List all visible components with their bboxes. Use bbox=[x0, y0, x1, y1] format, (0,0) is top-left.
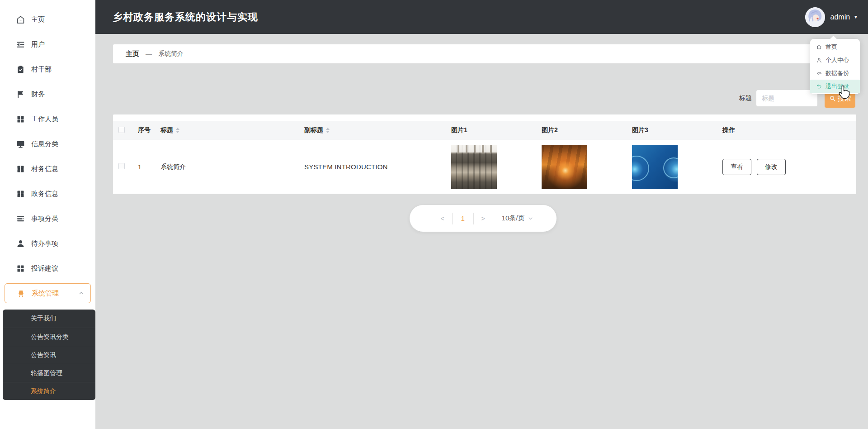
submenu-item-carousel-management[interactable]: 轮播图管理 bbox=[3, 364, 95, 382]
submenu-item-label: 关于我们 bbox=[31, 315, 56, 323]
row-subtitle: SYSTEM INTRODUCTION bbox=[300, 163, 447, 171]
home-icon bbox=[816, 44, 822, 50]
column-header-image3: 图片3 bbox=[627, 126, 718, 134]
search-button-label: 搜索 bbox=[838, 94, 851, 103]
submenu-item-label: 公告资讯 bbox=[31, 351, 56, 359]
sidebar-item-system-management[interactable]: 系统管理 bbox=[5, 283, 91, 303]
grid-icon bbox=[15, 264, 25, 274]
image3-blue-tech-thumbnail[interactable] bbox=[632, 145, 678, 189]
column-header-no: 序号 bbox=[133, 126, 156, 134]
menu-item-label: 退出登录 bbox=[826, 82, 849, 91]
menu-item-data-backup[interactable]: 数据备份 bbox=[810, 67, 860, 80]
image2-sunset-sea-thumbnail[interactable] bbox=[542, 145, 587, 189]
row-checkbox[interactable] bbox=[118, 163, 125, 169]
person-icon bbox=[15, 239, 25, 249]
sort-icon[interactable] bbox=[326, 128, 330, 133]
search-input[interactable] bbox=[756, 90, 817, 106]
system-management-submenu: 关于我们 公告资讯分类 公告资讯 轮播图管理 系统简介 bbox=[3, 310, 95, 400]
edit-button[interactable]: 修改 bbox=[757, 159, 786, 175]
column-header-subtitle[interactable]: 副标题 bbox=[300, 126, 447, 134]
sidebar-item-government-info[interactable]: 政务信息 bbox=[0, 181, 95, 206]
column-header-label: 标题 bbox=[160, 126, 173, 134]
row-no: 1 bbox=[133, 163, 156, 171]
sidebar-item-village-cadres[interactable]: 村干部 bbox=[0, 57, 95, 82]
sidebar-item-complaints[interactable]: 投诉建议 bbox=[0, 256, 95, 281]
list-bars-icon bbox=[15, 214, 25, 224]
sidebar-item-finance[interactable]: 财务 bbox=[0, 82, 95, 107]
sidebar-item-label: 村务信息 bbox=[31, 165, 58, 173]
caret-down-icon: ▼ bbox=[854, 14, 858, 19]
menu-item-label: 首页 bbox=[826, 43, 837, 51]
sidebar-item-label: 工作人员 bbox=[31, 115, 58, 124]
table-header-row: 序号 标题 副标题 图片1 图片2 图片3 操作 bbox=[113, 121, 856, 140]
user-dropdown-menu: 首页 个人中心 数据备份 退出登录 bbox=[810, 39, 860, 94]
menu-item-logout[interactable]: 退出登录 bbox=[810, 80, 860, 93]
next-page-button[interactable]: > bbox=[474, 215, 493, 222]
submenu-item-label: 系统简介 bbox=[31, 387, 56, 396]
arrow-left-icon bbox=[816, 70, 822, 76]
sidebar-item-label: 投诉建议 bbox=[31, 264, 58, 273]
breadcrumb-current: 系统简介 bbox=[158, 50, 184, 58]
sidebar-item-label: 用户 bbox=[31, 40, 45, 49]
sidebar-item-users[interactable]: 用户 bbox=[0, 32, 95, 57]
page-size-label: 10条/页 bbox=[502, 214, 525, 223]
chevron-down-icon bbox=[528, 216, 533, 221]
sidebar-item-todo[interactable]: 待办事项 bbox=[0, 231, 95, 256]
logout-return-icon bbox=[816, 83, 822, 90]
grid-icon bbox=[15, 189, 25, 199]
submenu-item-system-intro[interactable]: 系统简介 bbox=[3, 382, 95, 400]
sidebar-item-label: 财务 bbox=[31, 90, 45, 99]
breadcrumb-separator: — bbox=[146, 50, 152, 57]
view-button[interactable]: 查看 bbox=[722, 159, 751, 175]
grid-icon bbox=[15, 114, 25, 124]
chevron-up-icon bbox=[79, 291, 84, 296]
sidebar-item-info-category[interactable]: 信息分类 bbox=[0, 132, 95, 157]
sidebar-item-label: 信息分类 bbox=[31, 140, 58, 148]
column-header-title[interactable]: 标题 bbox=[156, 126, 300, 134]
main-content: 主页 — 系统简介 标题 搜索 序号 标题 副标题 图片1 图片2 图片3 操作 bbox=[95, 34, 868, 429]
column-header-image2: 图片2 bbox=[537, 126, 627, 134]
monitor-icon bbox=[15, 139, 25, 149]
sort-icon[interactable] bbox=[176, 128, 179, 133]
data-table: 序号 标题 副标题 图片1 图片2 图片3 操作 1 系统简介 SYSTEM I… bbox=[113, 114, 856, 194]
sidebar-item-matter-category[interactable]: 事项分类 bbox=[0, 206, 95, 231]
table-row: 1 系统简介 SYSTEM INTRODUCTION 查看 修改 bbox=[113, 140, 856, 194]
submenu-item-news[interactable]: 公告资讯 bbox=[3, 346, 95, 364]
sidebar-item-village-affairs-info[interactable]: 村务信息 bbox=[0, 157, 95, 181]
current-page-button[interactable]: 1 bbox=[453, 214, 473, 222]
username-label: admin bbox=[830, 13, 850, 21]
select-all-checkbox[interactable] bbox=[118, 127, 125, 133]
user-menu-trigger[interactable]: admin ▼ bbox=[805, 0, 858, 34]
column-header-ops: 操作 bbox=[718, 126, 856, 134]
page-size-select[interactable]: 10条/页 bbox=[502, 214, 533, 223]
outdent-list-icon bbox=[15, 40, 25, 50]
pagination: < 1 > 10条/页 bbox=[410, 205, 557, 232]
row-title: 系统简介 bbox=[156, 163, 300, 171]
submenu-item-about-us[interactable]: 关于我们 bbox=[3, 310, 95, 328]
user-avatar[interactable] bbox=[805, 7, 825, 27]
sidebar-item-label: 政务信息 bbox=[31, 190, 58, 198]
search-label: 标题 bbox=[739, 94, 752, 102]
prev-page-button[interactable]: < bbox=[433, 215, 452, 222]
sidebar-item-label: 待办事项 bbox=[31, 239, 58, 248]
breadcrumb-home[interactable]: 主页 bbox=[126, 50, 139, 58]
page-title: 乡村政务服务系统的设计与实现 bbox=[113, 10, 258, 24]
search-icon bbox=[829, 95, 836, 102]
menu-item-home[interactable]: 首页 bbox=[810, 40, 860, 53]
sidebar-item-label: 系统管理 bbox=[32, 289, 59, 298]
menu-item-profile[interactable]: 个人中心 bbox=[810, 53, 860, 67]
column-header-label: 副标题 bbox=[304, 126, 323, 134]
breadcrumb: 主页 — 系统简介 bbox=[113, 44, 856, 63]
submenu-item-news-category[interactable]: 公告资讯分类 bbox=[3, 328, 95, 346]
sidebar-item-label: 村干部 bbox=[31, 65, 52, 74]
sidebar-item-staff[interactable]: 工作人员 bbox=[0, 107, 95, 132]
menu-item-label: 数据备份 bbox=[826, 69, 849, 77]
image1-library-interior-thumbnail[interactable] bbox=[451, 145, 497, 189]
menu-item-label: 个人中心 bbox=[826, 56, 849, 64]
top-header: 乡村政务服务系统的设计与实现 admin ▼ bbox=[95, 0, 868, 34]
submenu-item-label: 轮播图管理 bbox=[31, 369, 62, 377]
lamp-icon bbox=[16, 288, 26, 298]
clipboard-check-icon bbox=[15, 65, 25, 75]
sidebar-item-home[interactable]: 主页 bbox=[0, 7, 95, 32]
sidebar-item-label: 主页 bbox=[31, 15, 45, 24]
